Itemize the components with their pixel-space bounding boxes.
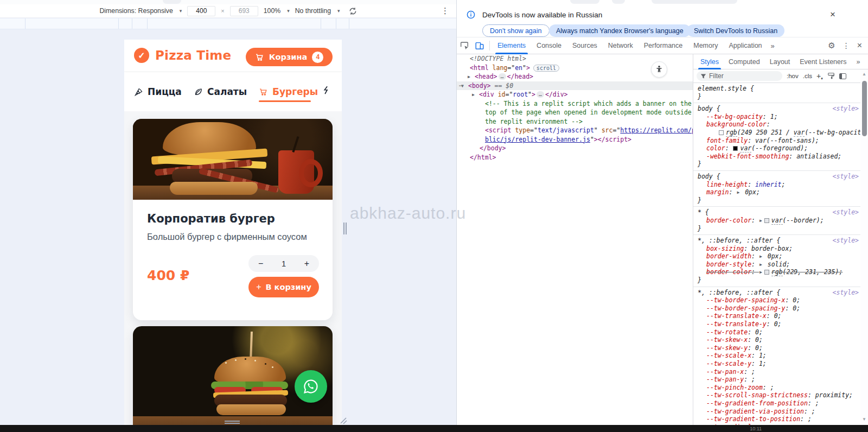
style-source-link[interactable]: <style> [833, 173, 859, 181]
devtools-tab-memory[interactable]: Memory [688, 37, 723, 54]
style-source-link[interactable]: <style> [833, 208, 859, 217]
whatsapp-fab[interactable] [295, 370, 327, 403]
devtools-tab-performance[interactable]: Performance [639, 37, 688, 54]
color-swatch[interactable] [733, 146, 738, 151]
style-filter-input[interactable]: Filter [697, 71, 782, 81]
css-declaration[interactable]: --tw-scale-y: 1; [693, 360, 861, 368]
css-declaration[interactable]: --tw-gradient-from-position: ; [693, 399, 861, 408]
expand-arrow-icon[interactable]: ▶ [468, 73, 475, 82]
rendering-emulation-icon[interactable] [827, 72, 835, 80]
css-declaration[interactable]: font-family: var(--font-sans); [693, 137, 861, 145]
viewport-height-input[interactable] [230, 6, 258, 16]
expand-shorthand-icon[interactable]: ▶ [760, 261, 762, 269]
expand-inline-icon[interactable]: … [499, 73, 506, 80]
dom-tree-line[interactable]: </html> [457, 153, 693, 162]
settings-gear-icon[interactable]: ⚙ [828, 41, 835, 50]
style-source-link[interactable]: <style> [833, 105, 859, 113]
scroll-badge[interactable]: scroll [533, 65, 559, 72]
dom-tree-line[interactable]: top of the page when opened in developme… [457, 108, 693, 117]
css-rule[interactable]: element.style {} [693, 83, 861, 103]
toggle-hover-state-button[interactable]: :hov [787, 73, 799, 79]
scroll-down-icon[interactable]: ▼ [862, 417, 866, 422]
css-declaration[interactable]: border-width: ▶ 0px; [693, 252, 861, 261]
css-declaration[interactable]: } [693, 225, 861, 233]
expand-shorthand-icon[interactable]: ▶ [760, 253, 762, 261]
devtools-tab-console[interactable]: Console [531, 37, 567, 54]
color-swatch[interactable] [764, 218, 769, 223]
dom-node-menu-icon[interactable]: ⋯ [459, 81, 463, 91]
devtools-tab-application[interactable]: Application [723, 37, 767, 54]
nav-tab-salads[interactable]: Салаты [194, 86, 247, 97]
toggle-device-toolbar-icon[interactable] [475, 41, 484, 50]
toggle-classes-button[interactable]: .cls [803, 73, 812, 79]
devtools-menu-icon[interactable]: ⋮ [843, 41, 850, 50]
css-declaration[interactable]: * {<style> [693, 208, 861, 217]
dom-tree-line[interactable]: </body> [457, 144, 693, 153]
more-tabs-icon[interactable]: » [768, 42, 778, 50]
scroll-up-icon[interactable]: ▲ [862, 72, 866, 77]
css-declaration[interactable]: --tw-translate-x: 0; [693, 312, 861, 320]
throttling-select[interactable]: No throttling [295, 7, 331, 15]
code-token[interactable]: https://replit.com/pu [620, 126, 693, 134]
css-rule[interactable]: *, ::before, ::after {<style>box-sizing:… [693, 235, 861, 287]
rotate-viewport-icon[interactable] [349, 7, 357, 15]
css-declaration[interactable]: } [693, 160, 861, 168]
css-declaration[interactable]: box-sizing: border-box; [693, 245, 861, 253]
css-declaration[interactable]: color: var(--foreground); [693, 144, 861, 153]
brand-title[interactable]: Pizza Time [155, 48, 231, 62]
sidebar-tab-computed[interactable]: Computed [724, 54, 765, 69]
dom-tree-line[interactable]: blic/js/replit-dev-banner.js"></script> [457, 135, 693, 144]
devtools-tab-sources[interactable]: Sources [567, 37, 603, 54]
more-sidebar-tabs-icon[interactable]: » [851, 54, 865, 69]
css-declaration[interactable]: } [693, 93, 861, 101]
css-declaration[interactable]: body {<style> [693, 105, 861, 113]
css-declaration[interactable]: --tw-scroll-snap-strictness: proximity; [693, 391, 861, 399]
banner-close-icon[interactable]: × [830, 9, 835, 20]
dom-tree-line[interactable]: ▶<div id="root">…</div> [457, 90, 693, 99]
media-query-ruler[interactable] [0, 18, 456, 29]
expand-shorthand-icon[interactable]: ▶ [737, 189, 739, 196]
css-declaration[interactable]: -webkit-font-smoothing: antialiased; [693, 153, 861, 161]
dont-show-again-button[interactable]: Don't show again [482, 24, 550, 37]
nav-tab-partial-icon[interactable] [323, 86, 330, 95]
viewport-width-input[interactable] [187, 6, 215, 16]
css-declaration[interactable]: background-color: [693, 120, 861, 129]
dom-tree-line[interactable]: the replit environment --> [457, 117, 693, 126]
css-declaration[interactable]: --tw-scale-x: 1; [693, 352, 861, 360]
dimensions-label[interactable]: Dimensions: Responsive [99, 7, 173, 15]
css-rule[interactable]: body {<style>--tw-bg-opacity: 1;backgrou… [693, 103, 861, 171]
dom-tree-line[interactable]: <!-- This is a replit script which adds … [457, 99, 693, 109]
css-declaration[interactable]: border-color: ▶var(--border); [693, 217, 861, 225]
css-declaration[interactable]: --tw-bg-opacity: 1; [693, 113, 861, 121]
css-declaration[interactable]: rgb(249 250 251 / var(--tw-bg-opacity, [693, 129, 861, 137]
css-declaration[interactable]: --tw-rotate: 0; [693, 328, 861, 336]
css-declaration[interactable]: --tw-pinch-zoom: ; [693, 384, 861, 392]
css-declaration[interactable]: margin: ▶ 0px; [693, 188, 861, 196]
css-declaration[interactable]: --tw-gradient-via-position: ; [693, 408, 861, 416]
accessibility-person-icon[interactable] [651, 61, 667, 78]
css-rule[interactable]: * {<style>border-color: ▶var(--border);} [693, 207, 861, 235]
css-declaration[interactable]: --tw-pan-y: ; [693, 376, 861, 384]
css-declaration[interactable]: } [693, 196, 861, 205]
css-declaration[interactable]: line-height: inherit; [693, 181, 861, 189]
dom-tree-line[interactable]: <script type="text/javascript" src="http… [457, 126, 693, 135]
qty-plus-button[interactable]: + [304, 259, 309, 269]
new-style-rule-icon[interactable]: +▾ [816, 72, 823, 81]
css-declaration[interactable]: --tw-border-spacing-x: 0; [693, 296, 861, 304]
expand-shorthand-icon[interactable]: ▶ [760, 217, 762, 225]
add-to-cart-button[interactable]: + В корзину [248, 277, 319, 297]
style-source-link[interactable]: <style> [833, 289, 859, 297]
devtools-close-icon[interactable]: × [857, 41, 862, 50]
sidebar-layout-toggle-icon[interactable] [839, 73, 846, 79]
dom-tree-line[interactable]: ⋯▼<body> == $0 [457, 81, 693, 91]
css-declaration[interactable]: --tw-skew-y: 0; [693, 344, 861, 352]
device-toolbar-menu-icon[interactable]: ⋮ [441, 6, 449, 16]
viewport-resize-handle-corner[interactable] [339, 416, 347, 424]
style-source-link[interactable]: <style> [833, 237, 859, 245]
css-rule[interactable]: body {<style>line-height: inherit;margin… [693, 171, 861, 207]
css-declaration[interactable]: } [693, 276, 861, 284]
os-taskbar[interactable]: 10:11 [0, 425, 868, 432]
nav-tab-burgers[interactable]: Бургеры [259, 86, 318, 97]
css-declaration[interactable]: --tw-border-spacing-y: 0; [693, 304, 861, 313]
css-declaration[interactable]: border-color: ▶rgb(229, 231, 235); [693, 268, 861, 276]
